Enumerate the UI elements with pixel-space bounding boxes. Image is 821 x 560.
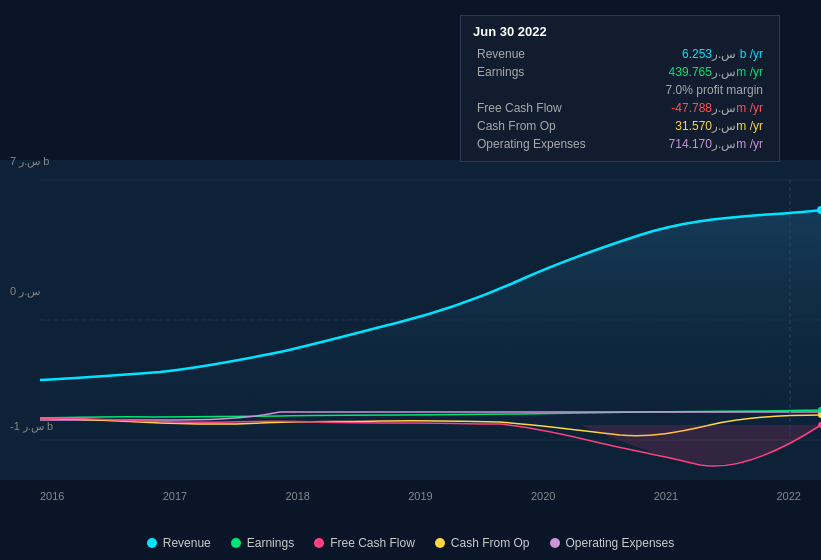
legend-free-cash-flow[interactable]: Free Cash Flow: [314, 536, 415, 550]
free-cash-flow-label: Free Cash Flow: [473, 99, 628, 117]
info-date: Jun 30 2022: [473, 24, 767, 39]
revenue-label: Revenue: [473, 45, 628, 63]
earnings-row: Earnings 439.765س.رm /yr: [473, 63, 767, 81]
cash-from-op-label: Cash From Op: [473, 117, 628, 135]
legend-earnings-label: Earnings: [247, 536, 294, 550]
info-box: Jun 30 2022 Revenue 6.253س.ر b /yr Earni…: [460, 15, 780, 162]
operating-expenses-row: Operating Expenses 714.170س.رm /yr: [473, 135, 767, 153]
profit-margin-value: 7.0% profit margin: [628, 81, 768, 99]
revenue-row: Revenue 6.253س.ر b /yr: [473, 45, 767, 63]
earnings-value: 439.765س.رm /yr: [628, 63, 768, 81]
x-label-2018: 2018: [286, 490, 310, 502]
legend: Revenue Earnings Free Cash Flow Cash Fro…: [0, 536, 821, 550]
x-label-2017: 2017: [163, 490, 187, 502]
legend-operating-expenses[interactable]: Operating Expenses: [550, 536, 675, 550]
x-label-2019: 2019: [408, 490, 432, 502]
earnings-label: Earnings: [473, 63, 628, 81]
legend-earnings[interactable]: Earnings: [231, 536, 294, 550]
x-label-2022: 2022: [777, 490, 801, 502]
x-axis: 2016 2017 2018 2019 2020 2021 2022: [40, 490, 821, 502]
legend-operating-expenses-label: Operating Expenses: [566, 536, 675, 550]
legend-cash-from-op-dot: [435, 538, 445, 548]
y-axis-top: 7 س.ر b: [10, 155, 49, 168]
chart-svg: [0, 160, 821, 480]
chart-container: Jun 30 2022 Revenue 6.253س.ر b /yr Earni…: [0, 0, 821, 560]
x-label-2016: 2016: [40, 490, 64, 502]
cash-from-op-value: 31.570س.رm /yr: [628, 117, 768, 135]
legend-free-cash-flow-dot: [314, 538, 324, 548]
y-axis-mid: 0 س.ر: [10, 285, 40, 298]
legend-earnings-dot: [231, 538, 241, 548]
profit-margin-label: [473, 81, 628, 99]
legend-revenue-dot: [147, 538, 157, 548]
cash-from-op-row: Cash From Op 31.570س.رm /yr: [473, 117, 767, 135]
free-cash-flow-value: -47.788س.رm /yr: [628, 99, 768, 117]
legend-revenue-label: Revenue: [163, 536, 211, 550]
y-axis-bottom: -1 س.ر b: [10, 420, 53, 433]
legend-free-cash-flow-label: Free Cash Flow: [330, 536, 415, 550]
profit-margin-row: 7.0% profit margin: [473, 81, 767, 99]
legend-revenue[interactable]: Revenue: [147, 536, 211, 550]
x-label-2020: 2020: [531, 490, 555, 502]
operating-expenses-value: 714.170س.رm /yr: [628, 135, 768, 153]
revenue-value: 6.253س.ر b /yr: [628, 45, 768, 63]
legend-cash-from-op-label: Cash From Op: [451, 536, 530, 550]
x-label-2021: 2021: [654, 490, 678, 502]
legend-cash-from-op[interactable]: Cash From Op: [435, 536, 530, 550]
legend-operating-expenses-dot: [550, 538, 560, 548]
operating-expenses-label: Operating Expenses: [473, 135, 628, 153]
free-cash-flow-row: Free Cash Flow -47.788س.رm /yr: [473, 99, 767, 117]
